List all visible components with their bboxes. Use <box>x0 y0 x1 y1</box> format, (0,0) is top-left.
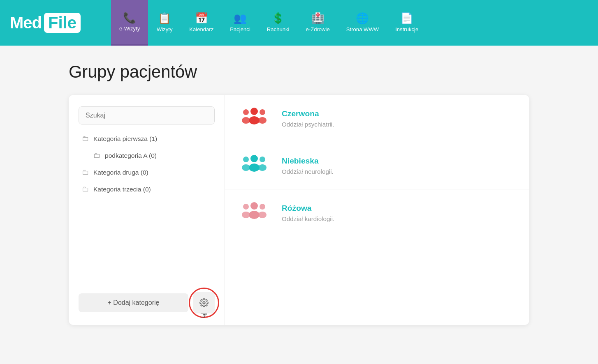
group-icon-czerwona <box>240 106 269 130</box>
medical-icon: 🏥 <box>311 13 324 24</box>
folder-icon: 🗀 <box>93 151 101 160</box>
svg-point-15 <box>243 204 249 210</box>
group-name-czerwona: Czerwona <box>282 109 334 118</box>
nav-label-rachunki: Rachunki <box>267 26 290 32</box>
logo-area: Med File <box>0 0 111 46</box>
nav-item-rachunki[interactable]: 💲 Rachunki <box>259 0 298 46</box>
people-icon: 👥 <box>234 13 247 24</box>
svg-point-7 <box>250 155 258 162</box>
logo-file-box: File <box>44 13 81 33</box>
nav-item-e-zdrowie[interactable]: 🏥 e-Zdrowie <box>298 0 338 46</box>
logo: Med File <box>10 13 81 33</box>
group-icon-rozowa <box>240 201 269 225</box>
bottom-actions: + Dodaj kategorię ☞ <box>79 292 215 313</box>
nav-label-pacjenci: Pacjenci <box>230 26 250 32</box>
svg-point-2 <box>249 116 260 124</box>
clipboard-icon: 📋 <box>158 13 171 24</box>
svg-point-3 <box>243 109 249 115</box>
group-info-rozowa: Różowa Oddział kardiologii. <box>282 204 334 222</box>
group-name-rozowa: Różowa <box>282 204 334 213</box>
nav-item-strona-www[interactable]: 🌐 Strona WWW <box>338 0 387 46</box>
group-info-niebieska: Niebieska Oddział neurologii. <box>282 157 334 175</box>
nav-item-e-wizyty[interactable]: 📞 e-Wizyty <box>111 0 148 46</box>
nav-item-wizyty[interactable]: 📋 Wizyty <box>148 0 181 46</box>
svg-point-11 <box>260 157 265 162</box>
header: Med File 📞 e-Wizyty 📋 Wizyty 📅 Kalendarz… <box>0 0 598 46</box>
nav-label-instrukcje: Instrukcje <box>395 26 418 32</box>
category-label: Kategoria trzecia (0) <box>93 186 151 193</box>
svg-point-13 <box>250 202 258 210</box>
main-content: Grupy pacjentów 🗀 Kategoria pierwsza (1)… <box>52 46 546 341</box>
svg-point-12 <box>258 164 267 171</box>
svg-point-4 <box>242 117 250 124</box>
nav-item-kalendarz[interactable]: 📅 Kalendarz <box>181 0 222 46</box>
group-item-niebieska[interactable]: Niebieska Oddział neurologii. <box>225 142 529 189</box>
group-name-niebieska: Niebieska <box>282 157 334 166</box>
category-label: Kategoria druga (0) <box>93 169 148 176</box>
group-desc-rozowa: Oddział kardiologii. <box>282 215 334 222</box>
group-info-czerwona: Czerwona Oddział psychiatrii. <box>282 109 334 128</box>
group-icon-niebieska <box>240 154 269 177</box>
phone-icon: 📞 <box>123 13 136 23</box>
folder-icon: 🗀 <box>82 185 89 194</box>
svg-point-14 <box>249 211 260 219</box>
logo-file: File <box>48 14 76 32</box>
svg-point-9 <box>243 157 249 162</box>
category-label: Kategoria pierwsza (1) <box>93 135 157 143</box>
list-item[interactable]: 🗀 Kategoria pierwsza (1) <box>79 131 215 146</box>
svg-point-16 <box>242 212 250 218</box>
logo-med: Med <box>10 14 42 32</box>
globe-icon: 🌐 <box>356 13 369 24</box>
svg-point-17 <box>260 204 265 210</box>
nav-label-e-zdrowie: e-Zdrowie <box>306 26 330 32</box>
nav-label-wizyty: Wizyty <box>157 26 173 32</box>
settings-button[interactable] <box>193 292 215 313</box>
folder-icon: 🗀 <box>82 134 89 143</box>
group-item-rozowa[interactable]: Różowa Oddział kardiologii. <box>225 189 529 236</box>
category-list: 🗀 Kategoria pierwsza (1) 🗀 podkategoria … <box>79 131 215 282</box>
document-icon: 📄 <box>400 13 413 24</box>
search-input[interactable] <box>79 106 215 124</box>
list-item[interactable]: 🗀 Kategoria trzecia (0) <box>79 182 215 197</box>
svg-point-6 <box>258 117 267 124</box>
content-layout: 🗀 Kategoria pierwsza (1) 🗀 podkategoria … <box>69 95 529 325</box>
svg-point-10 <box>242 164 250 171</box>
dollar-icon: 💲 <box>271 13 285 24</box>
nav-item-pacjenci[interactable]: 👥 Pacjenci <box>222 0 259 46</box>
svg-point-1 <box>250 108 258 115</box>
svg-point-18 <box>258 212 267 218</box>
main-nav: 📞 e-Wizyty 📋 Wizyty 📅 Kalendarz 👥 Pacjen… <box>111 0 598 46</box>
right-panel: Czerwona Oddział psychiatrii. <box>225 95 529 325</box>
group-item-czerwona[interactable]: Czerwona Oddział psychiatrii. <box>225 95 529 142</box>
nav-label-e-wizyty: e-Wizyty <box>119 25 140 32</box>
group-desc-czerwona: Oddział psychiatrii. <box>282 121 334 128</box>
page-title: Grupy pacjentów <box>69 62 529 82</box>
group-desc-niebieska: Oddział neurologii. <box>282 168 334 175</box>
list-item[interactable]: 🗀 Kategoria druga (0) <box>79 165 215 180</box>
add-category-button[interactable]: + Dodaj kategorię <box>79 293 188 312</box>
svg-point-0 <box>203 302 205 304</box>
calendar-icon: 📅 <box>195 13 208 24</box>
svg-point-5 <box>260 109 265 115</box>
settings-button-wrapper: ☞ <box>193 292 215 313</box>
nav-item-instrukcje[interactable]: 📄 Instrukcje <box>387 0 426 46</box>
svg-point-8 <box>249 164 260 172</box>
category-label: podkategoria A (0) <box>105 152 157 159</box>
left-panel: 🗀 Kategoria pierwsza (1) 🗀 podkategoria … <box>69 95 225 325</box>
folder-icon: 🗀 <box>82 168 89 177</box>
gear-icon <box>199 298 209 307</box>
list-item[interactable]: 🗀 podkategoria A (0) <box>79 148 215 163</box>
nav-label-strona-www: Strona WWW <box>346 26 379 32</box>
nav-label-kalendarz: Kalendarz <box>189 26 213 32</box>
